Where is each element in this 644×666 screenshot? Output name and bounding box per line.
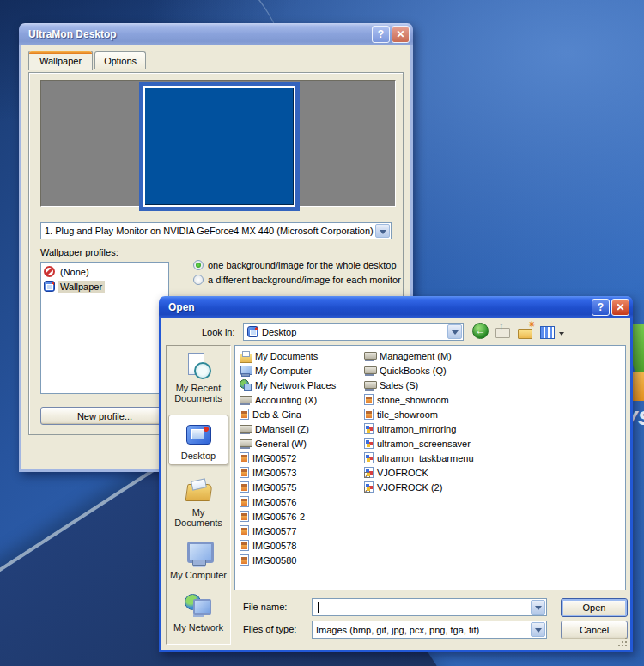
- place-my-network[interactable]: My Network: [168, 591, 228, 633]
- file-name: IMG00580: [252, 555, 296, 566]
- dropdown-button[interactable]: [447, 324, 462, 339]
- dropdown-button[interactable]: [531, 622, 545, 637]
- file-list-column-1: My Documents My Computer My Network Plac…: [240, 348, 360, 567]
- file-item[interactable]: Deb & Gina: [240, 407, 360, 421]
- close-icon[interactable]: ✕: [611, 299, 629, 316]
- file-name: Sales (S): [380, 380, 418, 391]
- file-name: stone_showroom: [377, 395, 449, 405]
- look-in-value: Desktop: [262, 327, 313, 337]
- dropdown-button[interactable]: [375, 224, 390, 238]
- create-new-folder-icon[interactable]: [517, 323, 533, 339]
- file-list: My Documents My Computer My Network Plac…: [234, 345, 626, 590]
- recent-documents-icon: [184, 352, 213, 381]
- view-menu-icon[interactable]: [539, 323, 556, 339]
- file-item[interactable]: ultramon_taskbarmenu: [364, 451, 622, 465]
- profile-item-none[interactable]: (None): [42, 264, 167, 279]
- back-icon[interactable]: [472, 323, 489, 339]
- up-one-level-icon[interactable]: [495, 323, 511, 339]
- chevron-down-icon: [535, 628, 542, 636]
- my-network-icon: [184, 591, 213, 621]
- file-item[interactable]: IMG00576: [240, 494, 360, 509]
- wallpaper-profiles-label: Wallpaper profiles:: [40, 247, 118, 257]
- image-file-icon: [240, 481, 249, 493]
- file-name: QuickBooks (Q): [380, 366, 447, 376]
- file-name: IMG00578: [252, 541, 296, 551]
- windows-flag-green-fragment: [632, 324, 644, 372]
- file-item[interactable]: ↗VJOFROCK (2): [364, 480, 622, 494]
- file-item[interactable]: ultramon_screensaver: [364, 436, 622, 451]
- open-titlebar[interactable]: Open ? ✕: [159, 296, 633, 318]
- file-item[interactable]: ↗VJOFROCK: [364, 465, 622, 480]
- file-name-input[interactable]: [312, 598, 547, 616]
- place-desktop[interactable]: Desktop: [168, 415, 228, 465]
- network-drive-icon: [240, 394, 252, 406]
- dropdown-button[interactable]: [531, 600, 545, 615]
- none-icon: [44, 266, 55, 277]
- file-item[interactable]: ultramon_mirroring: [364, 421, 622, 436]
- file-name: IMG00576-2: [252, 512, 305, 522]
- image-file-icon: [240, 554, 249, 566]
- file-item[interactable]: IMG00577: [240, 524, 360, 538]
- look-in-select[interactable]: Desktop: [243, 323, 464, 341]
- monitor-preview-area: [40, 80, 396, 207]
- help-button[interactable]: ?: [592, 299, 610, 316]
- file-item[interactable]: My Network Places: [240, 378, 360, 392]
- file-item[interactable]: stone_showroom: [364, 392, 622, 407]
- file-name: IMG00573: [252, 468, 296, 478]
- profile-item-wallpaper[interactable]: Wallpaper: [42, 279, 167, 294]
- file-name: My Network Places: [255, 380, 336, 391]
- monitor-1-thumbnail[interactable]: [143, 86, 295, 207]
- chevron-down-icon: [380, 230, 386, 238]
- png-image-file-icon: [364, 423, 374, 434]
- file-item[interactable]: IMG00575: [240, 480, 360, 494]
- ultramon-titlebar[interactable]: UltraMon Desktop ? ✕: [19, 23, 413, 45]
- radio-different-background[interactable]: a different background/image for each mo…: [193, 275, 401, 285]
- file-item[interactable]: QuickBooks (Q): [364, 363, 622, 378]
- tab-wallpaper[interactable]: Wallpaper: [28, 51, 93, 70]
- file-name: VJOFROCK (2): [377, 482, 442, 493]
- shortcut-image-file-icon: ↗: [364, 481, 374, 493]
- file-item[interactable]: DMansell (Z): [240, 421, 360, 436]
- radio-one-background[interactable]: one background/image for the whole deskt…: [193, 260, 397, 270]
- view-menu-caret-icon[interactable]: [559, 332, 564, 338]
- files-of-type-select[interactable]: Images (bmp, gif, jpg, pcx, png, tga, ti…: [312, 621, 547, 639]
- my-documents-icon: [184, 476, 213, 506]
- file-item[interactable]: IMG00576-2: [240, 509, 360, 524]
- file-list-column-2: Management (M) QuickBooks (Q) Sales (S) …: [364, 348, 622, 494]
- cancel-button[interactable]: Cancel: [561, 621, 628, 639]
- file-name: tile_showroom: [377, 409, 438, 420]
- files-of-type-label: Files of type:: [243, 624, 296, 634]
- file-item[interactable]: Sales (S): [364, 378, 622, 392]
- file-item[interactable]: Accounting (X): [240, 392, 360, 407]
- file-item[interactable]: My Computer: [240, 363, 360, 378]
- file-item[interactable]: IMG00578: [240, 538, 360, 553]
- tab-options[interactable]: Options: [94, 51, 146, 69]
- place-my-recent-documents[interactable]: My Recent Documents: [168, 352, 228, 403]
- monitor-select[interactable]: 1. Plug and Play Monitor on NVIDIA GeFor…: [40, 222, 392, 239]
- close-icon[interactable]: ✕: [392, 26, 410, 43]
- file-item[interactable]: My Documents: [240, 348, 360, 363]
- network-drive-icon: [364, 379, 376, 391]
- file-item[interactable]: General (W): [240, 436, 360, 451]
- image-file-icon: [240, 511, 249, 522]
- place-my-documents[interactable]: My Documents: [168, 476, 228, 528]
- file-name: ultramon_screensaver: [377, 439, 471, 449]
- open-button[interactable]: Open: [561, 598, 628, 617]
- resize-grip[interactable]: [625, 645, 627, 646]
- new-profile-button[interactable]: New profile...: [40, 407, 169, 425]
- wallpaper-profiles-list[interactable]: (None) Wallpaper: [40, 262, 169, 394]
- place-my-computer[interactable]: My Computer: [168, 539, 228, 580]
- image-file-icon: [240, 496, 249, 507]
- help-button[interactable]: ?: [372, 26, 390, 43]
- file-item[interactable]: Management (M): [364, 348, 622, 363]
- file-name: My Computer: [255, 366, 312, 376]
- file-item[interactable]: IMG00572: [240, 451, 360, 465]
- open-dialog-window: Open ? ✕ Look in: Desktop My Recent Docu…: [159, 296, 633, 652]
- radio-on-icon: [193, 260, 204, 270]
- file-name: DMansell (Z): [255, 424, 309, 434]
- file-item[interactable]: IMG00580: [240, 553, 360, 567]
- open-window-title: Open: [168, 301, 590, 313]
- file-item[interactable]: IMG00573: [240, 465, 360, 480]
- file-item[interactable]: tile_showroom: [364, 407, 622, 421]
- image-file-icon: [240, 540, 249, 551]
